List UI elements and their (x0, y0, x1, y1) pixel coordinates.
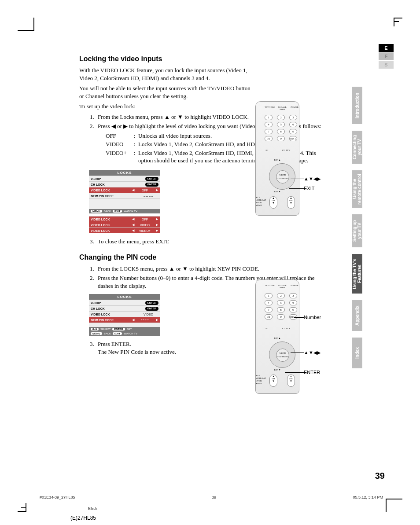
pin-step-1: From the LOCKS menu, press ▲ or ▼ to hig… (98, 265, 326, 273)
pin-step-3b: The New PIN Code is now active. (98, 349, 176, 355)
lang-tab-e: E (379, 44, 394, 52)
tab-setup: Setting up your TV (352, 214, 362, 247)
callout-arrows: ▲▼◀▶ (304, 176, 321, 182)
tab-features: Using the TV's Features (352, 254, 362, 294)
footer-page: 39 (212, 495, 216, 499)
footer-file: #01E34-39_27HL85 (40, 495, 75, 499)
def-video-term: VIDEO (106, 140, 134, 148)
tab-appendix: Appendix (352, 300, 362, 331)
num-10: 10 (265, 136, 273, 141)
footer: #01E34-39_27HL85 39 05.5.12, 3:14 PM (40, 495, 383, 499)
side-tabs: E F S Introduction Connecting your TV Us… (352, 44, 394, 375)
num-8: 8 (277, 129, 285, 134)
tab-connecting: Connecting your TV (352, 131, 362, 164)
dpad: MENUDVD MENU (269, 341, 295, 368)
lang-tab-f: F (379, 52, 394, 60)
vol-button: ▲VOL▼ (287, 196, 295, 209)
num-7: 7 (265, 129, 273, 134)
callout-arrows: ▲▼◀▶ (304, 350, 321, 356)
num-5: 5 (277, 122, 285, 127)
crop-mark (26, 18, 34, 31)
num-3: 3 (289, 115, 297, 120)
locks-menu-1: LOCKS V-CHIPENTER CH LOCKENTER VIDEO LOC… (89, 170, 160, 233)
menu-button: MENUDVD MENU (276, 170, 289, 184)
crop-mark (386, 499, 394, 512)
remote-illustration-2: TV/VIDEO RECALLINFO POWER 123 456 789 10… (251, 279, 313, 394)
crop-mark (394, 21, 399, 26)
ent-button: ENT (289, 136, 297, 141)
def-off-term: OFF (106, 132, 134, 140)
heading-locking: Locking the video inputs (79, 55, 326, 63)
heading-pin: Changing the PIN code (79, 253, 326, 261)
tab-remote: Using the remote control (352, 170, 362, 208)
callout-exit: EXIT (304, 186, 314, 191)
pin-step-3a: Press ENTER. (98, 341, 131, 347)
crop-mark (21, 503, 26, 508)
callout-number: Number (304, 315, 321, 320)
num-6: 6 (289, 122, 297, 127)
footer-timestamp: 05.5.12, 3:14 PM (353, 495, 383, 499)
paragraph: You will not be able to select the input… (79, 84, 251, 100)
num-9: 9 (289, 129, 297, 134)
step-3: To close the menu, press EXIT. (98, 238, 326, 246)
locks-menu-2: LOCKS V-CHIPENTER CH LOCKENTER VIDEO LOC… (89, 294, 160, 336)
page-number: 39 (375, 471, 385, 481)
lang-tab-s: S (379, 61, 394, 69)
remote-illustration-1: TV/VIDEO RECALLINFO POWER 123 456 789 10… (251, 101, 313, 216)
num-1: 1 (265, 115, 273, 120)
doc-code: (E)27HL85 (70, 515, 96, 521)
callout-enter: ENTER (304, 370, 320, 375)
tab-introduction: Introduction (352, 87, 362, 124)
ch-button: ▲CH▼ (269, 196, 277, 209)
tab-index: Index (352, 338, 362, 368)
menu-header: LOCKS (89, 170, 160, 176)
num-0: 0 (277, 136, 285, 141)
def-videoplus-term: VIDEO+ (106, 149, 134, 165)
dpad: MENUDVD MENU (269, 163, 295, 190)
num-2: 2 (277, 115, 285, 120)
paragraph: With the VIDEO LOCK feature, you can loc… (79, 66, 251, 82)
footer-black: Black (88, 506, 97, 510)
num-4: 4 (265, 122, 273, 127)
menu-header: LOCKS (89, 294, 160, 300)
